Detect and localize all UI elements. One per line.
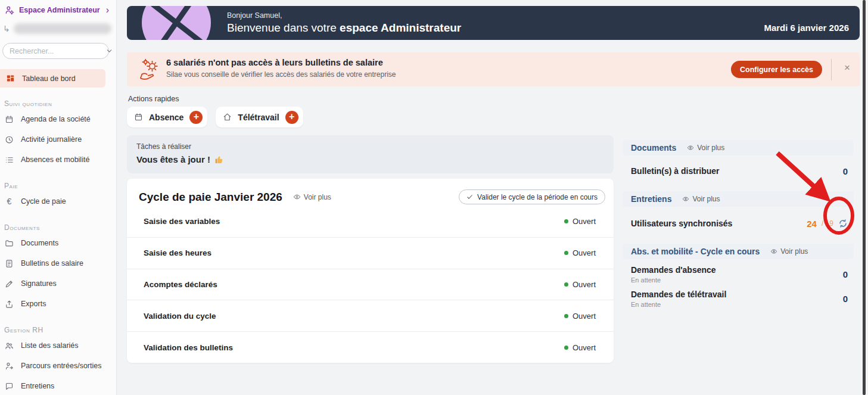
row-label: Utilisateurs synchronisés [631, 219, 732, 228]
sidebar-item-label: Liste des salariés [21, 341, 79, 350]
cycle-row-label: Acomptes déclarés [144, 280, 217, 289]
voir-plus-label: Voir plus [304, 193, 331, 201]
calendar-icon [4, 115, 14, 124]
alert-divider [831, 59, 832, 80]
button-label: Télétravail [238, 113, 279, 122]
sidebar-item-label: Bulletins de salaire [21, 259, 83, 268]
right-panel: Documents Voir plus Bulletin(s) à distri… [623, 140, 854, 308]
hand-gears-icon [139, 58, 163, 82]
sidebar-search[interactable] [2, 43, 109, 59]
abs-mobilite-section-header: Abs. et mobilité - Cycle en cours Voir p… [623, 244, 854, 259]
signature-pen-icon [4, 279, 14, 288]
cycle-row-validation-bulletins[interactable]: Validation des bulletins Ouvert [127, 331, 614, 363]
demandes-teletravail-row[interactable]: Demandes de télétravail En attente 0 [623, 290, 854, 308]
scrollbar-track[interactable] [861, 0, 868, 395]
voir-plus-link[interactable]: Voir plus [682, 195, 720, 203]
cycle-rows: Saisie des variables Ouvert Saisie des h… [127, 206, 614, 363]
chevron-down-icon[interactable] [105, 47, 113, 55]
sidebar-section-title: Gestion RH [4, 326, 116, 334]
person-inout-icon [4, 362, 14, 371]
alert-subtitle: Silae vous conseille de vérifier les acc… [166, 70, 396, 79]
sidebar-section-title: Paie [4, 182, 116, 190]
demandes-absence-row[interactable]: Demandes d'absence En attente 0 [623, 265, 854, 284]
sidebar-item-entretiens[interactable]: Entretiens [0, 376, 116, 395]
cycle-row-label: Validation du cycle [144, 312, 216, 321]
utilisateurs-synchronises-row[interactable]: Utilisateurs synchronisés 24 / 19 [623, 215, 854, 232]
cycle-card-header: Cycle de paie Janvier 2026 Voir plus Val… [127, 179, 614, 206]
cycle-row-saisie-heures[interactable]: Saisie des heures Ouvert [127, 237, 614, 269]
redacted-company-name [14, 23, 111, 34]
sidebar-item-agenda[interactable]: Agenda de la société [0, 109, 116, 129]
payroll-cycle-card: Cycle de paie Janvier 2026 Voir plus Val… [127, 179, 614, 363]
tasks-message-text: Vous êtes à jour ! [136, 154, 210, 164]
row-label: Demandes d'absence [631, 265, 716, 275]
validate-cycle-button[interactable]: Valider le cycle de la période en cours [459, 189, 605, 204]
sidebar-item-parcours[interactable]: Parcours entrées/sorties [0, 356, 116, 376]
green-dot-icon [564, 251, 568, 255]
calendar-icon [134, 113, 143, 122]
sync-icon[interactable] [838, 219, 848, 228]
dashboard-icon [5, 74, 15, 83]
cycle-row-label: Saisie des heures [144, 248, 211, 257]
close-icon[interactable]: × [844, 63, 850, 73]
bulletins-a-distribuer-row[interactable]: Bulletin(s) à distribuer 0 [623, 163, 854, 179]
scrollbar-thumb[interactable] [863, 0, 866, 395]
cycle-row-saisie-variables[interactable]: Saisie des variables Ouvert [127, 206, 614, 237]
home-icon [223, 113, 232, 122]
export-icon [4, 300, 14, 309]
section-title: Documents [631, 143, 676, 153]
status-badge: Ouvert [564, 312, 596, 321]
add-absence-button[interactable]: Absence + [127, 107, 207, 127]
payslip-access-alert: 6 salariés n'ont pas accès à leurs bulle… [127, 52, 860, 86]
sidebar-item-label: Cycle de paie [21, 197, 66, 206]
sidebar-item-label: Signatures [21, 279, 57, 288]
cycle-title: Cycle de paie Janvier 2026 [139, 191, 282, 204]
sidebar-item-activite[interactable]: Activité journalière [0, 129, 116, 150]
plus-icon: + [285, 111, 298, 124]
sidebar-item-liste-salaries[interactable]: Liste des salariés [0, 335, 116, 356]
status-badge: Ouvert [564, 248, 596, 257]
cycle-row-acomptes[interactable]: Acomptes déclarés Ouvert [127, 269, 614, 300]
status-badge: Ouvert [564, 280, 596, 289]
voir-plus-link[interactable]: Voir plus [770, 247, 808, 256]
sidebar-item-label: Tableau de bord [22, 74, 76, 83]
chevron-right-icon[interactable]: › [106, 5, 111, 15]
sidebar-item-bulletins[interactable]: Bulletins de salaire [0, 253, 116, 273]
sidebar-item-label: Exports [21, 300, 46, 308]
voir-plus-label: Voir plus [697, 144, 724, 152]
row-value: 0 [843, 294, 848, 304]
sidebar-item-signatures[interactable]: Signatures [0, 273, 116, 294]
workspace-switcher[interactable]: Espace Administrateur › [0, 0, 116, 15]
add-teletravail-button[interactable]: Télétravail + [216, 107, 303, 127]
sidebar-item-cycle-paie[interactable]: € Cycle de paie [0, 191, 116, 212]
greeting-block: Bonjour Samuel, Bienvenue dans votre esp… [227, 11, 461, 35]
tasks-label: Tâches à réaliser [136, 142, 604, 151]
row-value: 0 [843, 166, 848, 176]
tasks-message: Vous êtes à jour ! [136, 154, 604, 164]
search-input[interactable] [10, 47, 105, 55]
voir-plus-link[interactable]: Voir plus [293, 193, 331, 201]
green-dot-icon [564, 346, 568, 350]
synced-total: / 19 [822, 219, 833, 228]
row-label: Demandes de télétravail [631, 290, 726, 299]
status-badge: Ouvert [564, 217, 596, 226]
green-dot-icon [564, 282, 568, 287]
documents-section-header: Documents Voir plus [623, 140, 854, 155]
quick-actions-row: Absence + Télétravail + [127, 107, 303, 127]
sidebar-item-dashboard[interactable]: Tableau de bord [0, 69, 105, 88]
sidebar-item-absences[interactable]: Absences et mobilité [0, 150, 116, 170]
sidebar: Espace Administrateur › ↳ Tableau de bor… [0, 0, 117, 395]
green-dot-icon [564, 219, 568, 223]
sidebar-item-label: Parcours entrées/sorties [21, 362, 101, 370]
greeting-small: Bonjour Samuel, [227, 11, 461, 20]
sidebar-item-documents[interactable]: Documents [0, 233, 116, 253]
current-company-row: ↳ [0, 15, 116, 34]
voir-plus-link[interactable]: Voir plus [687, 144, 724, 152]
voir-plus-label: Voir plus [780, 247, 808, 256]
eye-icon [687, 144, 694, 151]
cycle-row-validation-cycle[interactable]: Validation du cycle Ouvert [127, 300, 614, 331]
sidebar-item-exports[interactable]: Exports [0, 294, 116, 314]
sidebar-section-title: Suivi quotidien [4, 99, 116, 108]
workspace-label: Espace Administrateur [19, 6, 101, 14]
configure-access-button[interactable]: Configurer les accès [731, 61, 822, 78]
